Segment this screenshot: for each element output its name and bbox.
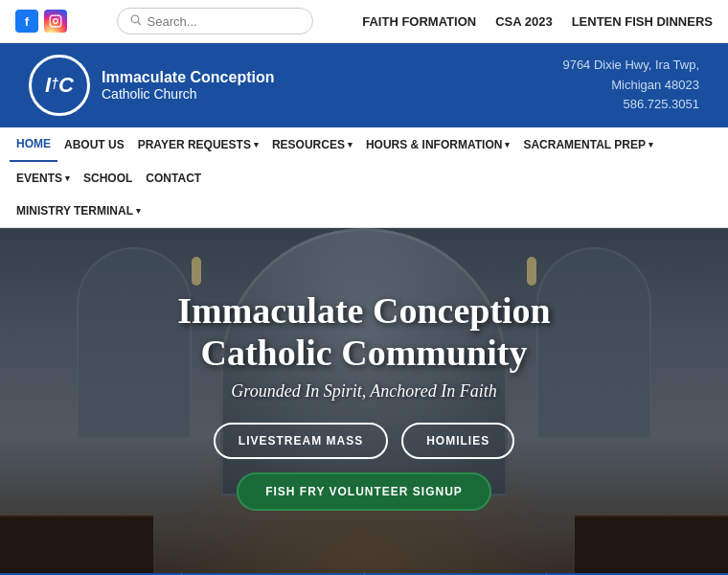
hero-content: Immaculate Conception Catholic Community…	[177, 290, 550, 511]
nav-resources[interactable]: RESOURCES ▾	[265, 128, 359, 161]
church-address: 9764 Dixie Hwy, Ira Twp, Michigan 48023 …	[562, 56, 699, 115]
nav-home[interactable]: HOME	[10, 127, 57, 162]
nav-prayer[interactable]: PRAYER REQUESTS ▾	[131, 128, 265, 161]
homilies-button[interactable]: HOMILIES	[401, 423, 514, 459]
faith-formation-link[interactable]: FAITH FORMATION	[362, 14, 476, 29]
svg-rect-0	[50, 15, 61, 27]
logo-area: I†C Immaculate Conception Catholic Churc…	[29, 55, 274, 116]
top-nav: FAITH FORMATION CSA 2023 LENTEN FISH DIN…	[362, 14, 713, 29]
csa-link[interactable]: CSA 2023	[495, 14, 553, 29]
nav-contact[interactable]: CONTACT	[139, 162, 208, 195]
search-input[interactable]	[148, 14, 301, 29]
church-name: Immaculate Conception Catholic Church	[102, 69, 274, 102]
svg-point-2	[58, 17, 59, 18]
fishfry-button[interactable]: FISH FRY VOLUNTEER SIGNUP	[237, 472, 491, 511]
lenten-link[interactable]: LENTEN FISH DINNERS	[572, 14, 713, 29]
chevron-icon: ▾	[136, 206, 141, 216]
nav-hours[interactable]: HOURS & INFORMATION ▾	[359, 128, 516, 161]
svg-line-4	[138, 22, 141, 25]
main-nav: HOME ABOUT US PRAYER REQUESTS ▾ RESOURCE…	[0, 127, 728, 228]
search-icon	[129, 12, 142, 30]
nav-about[interactable]: ABOUT US	[57, 128, 131, 161]
nav-sacramental[interactable]: SACRAMENTAL PREP ▾	[516, 128, 660, 161]
church-logo[interactable]: I†C	[29, 55, 90, 116]
hero-subtitle: Grounded In Spirit, Anchored In Faith	[177, 381, 550, 402]
hero-title: Immaculate Conception Catholic Community	[177, 290, 550, 374]
instagram-icon[interactable]	[44, 10, 67, 33]
hero-third-row: FISH FRY VOLUNTEER SIGNUP	[177, 459, 550, 511]
svg-point-3	[131, 15, 139, 23]
nav-ministry[interactable]: MINISTRY TERMINAL ▾	[10, 195, 148, 227]
nav-events[interactable]: EVENTS ▾	[10, 162, 77, 195]
chevron-icon: ▾	[648, 140, 653, 150]
facebook-icon[interactable]: f	[15, 10, 38, 33]
nav-school[interactable]: SCHOOL	[77, 162, 139, 195]
chevron-icon: ▾	[505, 140, 510, 150]
social-icons: f	[15, 10, 67, 33]
chevron-icon: ▾	[254, 140, 259, 150]
svg-point-1	[54, 19, 58, 24]
chevron-icon: ▾	[65, 173, 70, 183]
livestream-button[interactable]: LIVESTREAM MASS	[214, 423, 388, 459]
header: I†C Immaculate Conception Catholic Churc…	[0, 43, 728, 127]
chevron-icon: ▾	[348, 140, 353, 150]
hero-buttons: LIVESTREAM MASS HOMILIES	[177, 423, 550, 459]
hero-section: Immaculate Conception Catholic Community…	[0, 228, 728, 573]
search-box[interactable]	[117, 8, 313, 34]
top-bar: f FAITH FORMATION CSA 2023 LENTEN FISH D…	[0, 0, 728, 43]
